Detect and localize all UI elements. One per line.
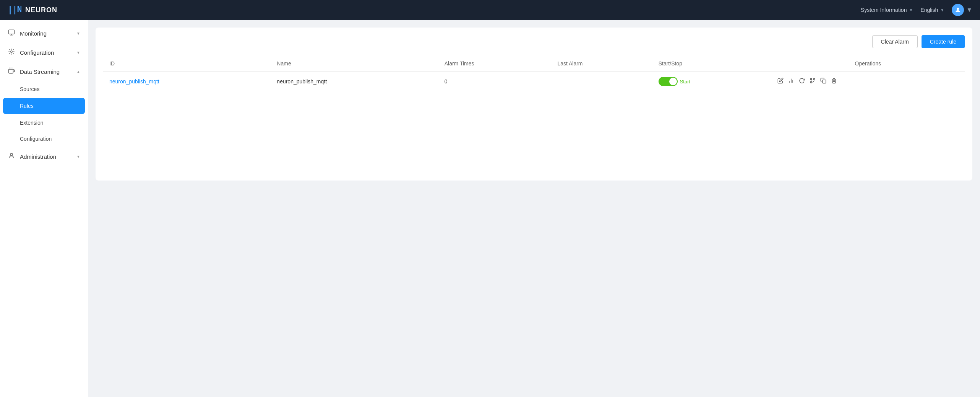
svg-point-14 — [813, 78, 815, 80]
sidebar-item-configuration-sub[interactable]: Configuration — [0, 131, 88, 147]
toggle-wrap: Start — [659, 77, 765, 86]
row-name: neuron_publish_mqtt — [271, 72, 438, 92]
sidebar-extension-label: Extension — [20, 120, 43, 126]
header-logo-area: ||N| NEURON — [8, 3, 57, 17]
refresh-icon[interactable] — [799, 78, 805, 85]
operations-icons — [777, 78, 959, 85]
col-operations: Operations — [771, 56, 965, 72]
start-stop-toggle[interactable] — [659, 77, 678, 86]
sidebar-configuration-sub-label: Configuration — [20, 136, 52, 142]
sidebar-item-administration-left: Administration — [8, 152, 56, 161]
table-row: neuron_publish_mqtt neuron_publish_mqtt … — [103, 72, 965, 92]
configuration-chevron-icon: ▼ — [76, 50, 80, 55]
sidebar: Monitoring ▼ Configuration ▼ Data Stream… — [0, 20, 88, 397]
table-header: ID Name Alarm Times Last Alarm Start/Sto… — [103, 56, 965, 72]
system-info-chevron-icon: ▼ — [909, 8, 913, 12]
create-rule-button[interactable]: Create rule — [922, 35, 965, 48]
toggle-thumb — [669, 78, 677, 85]
col-last-alarm: Last Alarm — [551, 56, 652, 72]
sidebar-item-data-streaming-left: Data Streaming — [8, 67, 60, 76]
main-layout: Monitoring ▼ Configuration ▼ Data Stream… — [0, 20, 980, 397]
sidebar-administration-label: Administration — [20, 153, 56, 160]
data-streaming-icon — [8, 67, 15, 76]
avatar — [952, 4, 964, 16]
row-id-link[interactable]: neuron_publish_mqtt — [109, 78, 159, 85]
svg-text:||N|: ||N| — [8, 5, 21, 15]
main-content: Clear Alarm Create rule ID Name Alarm Ti… — [88, 20, 980, 397]
row-operations — [771, 72, 965, 92]
edit-icon[interactable] — [777, 78, 784, 85]
header-right-area: System Information ▼ English ▼ ▼ — [861, 4, 972, 16]
row-id: neuron_publish_mqtt — [103, 72, 271, 92]
language-label: English — [920, 7, 938, 13]
monitoring-icon — [8, 29, 15, 37]
app-header: ||N| NEURON System Information ▼ English… — [0, 0, 980, 20]
sidebar-item-administration[interactable]: Administration ▼ — [0, 147, 88, 166]
toggle-label: Start — [680, 79, 690, 85]
svg-point-15 — [810, 81, 812, 83]
svg-rect-17 — [823, 80, 826, 83]
logo-icon: ||N| — [8, 3, 21, 17]
administration-icon — [8, 152, 15, 161]
sidebar-item-rules[interactable]: Rules — [3, 98, 85, 114]
row-alarm-times: 0 — [438, 72, 552, 92]
monitoring-chevron-icon: ▼ — [76, 31, 80, 36]
card-toolbar: Clear Alarm Create rule — [103, 35, 965, 48]
sidebar-configuration-label: Configuration — [20, 49, 54, 56]
system-info-label: System Information — [861, 7, 907, 13]
sidebar-rules-label: Rules — [20, 103, 34, 109]
sidebar-sources-label: Sources — [20, 86, 39, 92]
svg-point-9 — [10, 153, 13, 156]
copy-icon[interactable] — [820, 78, 826, 85]
col-id: ID — [103, 56, 271, 72]
user-menu[interactable]: ▼ — [952, 4, 972, 16]
svg-rect-2 — [9, 30, 15, 34]
sidebar-item-data-streaming[interactable]: Data Streaming ▲ — [0, 62, 88, 81]
stats-icon[interactable] — [788, 78, 794, 85]
col-name: Name — [271, 56, 438, 72]
administration-chevron-icon: ▼ — [76, 155, 80, 159]
configuration-icon — [8, 48, 15, 57]
sidebar-item-monitoring[interactable]: Monitoring ▼ — [0, 24, 88, 43]
data-streaming-chevron-icon: ▲ — [76, 70, 80, 74]
row-status: Start — [652, 72, 771, 92]
user-chevron-icon: ▼ — [966, 7, 972, 13]
sidebar-item-configuration-left: Configuration — [8, 48, 54, 57]
sidebar-item-sources[interactable]: Sources — [0, 81, 88, 97]
delete-icon[interactable] — [831, 78, 837, 85]
table-body: neuron_publish_mqtt neuron_publish_mqtt … — [103, 72, 965, 92]
sidebar-item-monitoring-left: Monitoring — [8, 29, 47, 37]
sidebar-item-extension[interactable]: Extension — [0, 115, 88, 131]
sidebar-monitoring-label: Monitoring — [20, 30, 47, 37]
svg-point-1 — [957, 8, 959, 10]
logo-text: NEURON — [25, 6, 57, 14]
col-start-stop: Start/Stop — [652, 56, 771, 72]
content-card: Clear Alarm Create rule ID Name Alarm Ti… — [96, 28, 972, 181]
col-alarm-times: Alarm Times — [438, 56, 552, 72]
svg-point-5 — [11, 51, 13, 53]
sidebar-item-configuration[interactable]: Configuration ▼ — [0, 43, 88, 62]
language-button[interactable]: English ▼ — [920, 7, 944, 13]
fork-icon[interactable] — [810, 78, 816, 85]
sidebar-data-streaming-label: Data Streaming — [20, 68, 60, 75]
row-last-alarm — [551, 72, 652, 92]
language-chevron-icon: ▼ — [940, 8, 944, 12]
rules-table: ID Name Alarm Times Last Alarm Start/Sto… — [103, 56, 965, 91]
clear-alarm-button[interactable]: Clear Alarm — [872, 35, 918, 48]
system-info-button[interactable]: System Information ▼ — [861, 7, 913, 13]
